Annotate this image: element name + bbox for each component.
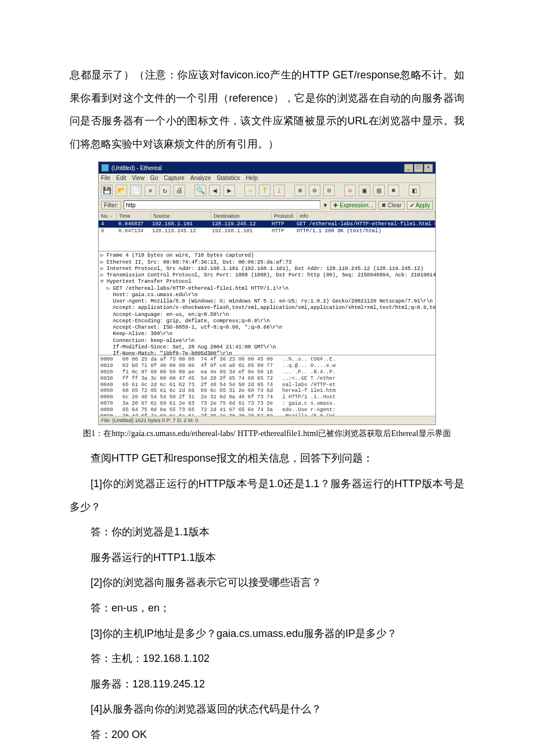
maximize-button[interactable]: □ — [414, 164, 423, 172]
cell-proto: HTTP — [269, 221, 294, 227]
hex-line: 0070 3a 20 67 61 69 61 2e 63 73 2e 75 6d… — [100, 401, 335, 406]
hex-dump[interactable]: 0000 00 06 25 da af 73 00 08 74 4f 36 23… — [99, 355, 435, 416]
detail-line: Keep-Alive: 300\r\n — [100, 331, 434, 337]
forward-icon[interactable]: ▶ — [223, 185, 235, 196]
stop-icon[interactable]: ✖ — [388, 185, 399, 196]
app-icon — [101, 164, 109, 172]
status-bar: File: (Untitled) 1621 bytes 0 P: 7 D: 2 … — [99, 416, 435, 424]
detail-line: If-None-Match: "1bbf0-7e-b005d300"\r\n — [100, 351, 434, 355]
ethereal-screenshot: (Untitled) - Ethereal _ □ × File Edit Vi… — [98, 161, 436, 425]
packet-list-header: No. - Time Source Destination Protocol I… — [99, 212, 435, 221]
packet-row[interactable]: 4 0.046837 192.168.1.101 128.119.245.12 … — [99, 221, 435, 228]
col-source[interactable]: Source — [151, 212, 211, 220]
answer-1b: 服务器运行的HTTP1.1版本 — [70, 546, 464, 570]
detail-line: Accept-Language: en-us, en;q=0.50\r\n — [100, 312, 434, 318]
zoom-one-icon[interactable]: ⊙ — [323, 185, 335, 196]
body-paragraph-1: 息都显示了）（注意：你应该对favicon.ico产生的HTTP GET/res… — [70, 64, 464, 156]
toolbar-sep — [238, 185, 241, 196]
menu-file[interactable]: File — [101, 175, 110, 181]
zoom-fit-icon[interactable]: ⊕ — [294, 185, 306, 196]
clear-button[interactable]: ✖ Clear — [378, 201, 405, 210]
question-2: [2]你的浏览器向服务器表示它可以接受哪些语言？ — [70, 571, 464, 595]
zoom-in-icon[interactable]: ⊖ — [309, 185, 320, 196]
close-icon[interactable]: 📄 — [130, 185, 142, 196]
detail-line: If-Modified-Since: Sat, 28 Aug 2004 21:4… — [100, 344, 434, 351]
answer-1a: 答：你的浏览器是1.1版本 — [70, 521, 464, 544]
open-icon[interactable]: 📂 — [116, 185, 127, 196]
delete-icon[interactable]: ✕ — [145, 185, 156, 196]
question-1: [1]你的浏览器正运行的HTTP版本号是1.0还是1.1？服务器运行的HTTP版… — [70, 473, 464, 519]
detail-line[interactable]: ▷ GET /ethereal-labs/HTTP-ethereal-file1… — [100, 286, 434, 292]
window-title: (Untitled) - Ethereal — [111, 165, 162, 171]
detail-line[interactable]: ▷ Frame 4 (710 bytes on wire, 710 bytes … — [100, 253, 434, 259]
detail-line[interactable]: ▷ Internet Protocol, Src Addr: 192.168.1… — [100, 266, 434, 272]
apply-button[interactable]: ✔ Apply — [407, 201, 433, 210]
save-icon[interactable]: 💾 — [101, 185, 113, 196]
window-titlebar: (Untitled) - Ethereal _ □ × — [99, 162, 435, 174]
detail-line[interactable]: ▷ Transmission Control Protocol, Src Por… — [100, 272, 434, 279]
question-4: [4]从服务器向你的浏览器返回的状态代码是什么？ — [70, 698, 464, 721]
toolbar-sep — [402, 185, 406, 196]
reload-icon[interactable]: ↻ — [159, 185, 171, 196]
menu-capture[interactable]: Capture — [164, 175, 185, 181]
menu-help[interactable]: Help — [246, 175, 258, 181]
question-3: [3]你的主机IP地址是多少？gaia.cs.umass.edu服务器的IP是多… — [70, 622, 464, 646]
toolbar-sep — [188, 185, 192, 196]
cell-no: 6 — [99, 228, 116, 234]
detail-line[interactable]: ▽ Hypertext Transfer Protocol — [100, 279, 434, 285]
detail-line: Accept-Charset: ISO-8859-1, utf-8;q=0.66… — [100, 325, 434, 331]
top-icon[interactable]: ⤒ — [259, 185, 270, 196]
answer-3a: 答：主机：192.168.1.102 — [70, 647, 464, 671]
menu-statistics[interactable]: Statistics — [217, 175, 240, 181]
color-icon[interactable]: ◧ — [409, 185, 420, 196]
cell-time: 0.046837 — [116, 221, 150, 227]
close-button[interactable]: × — [424, 164, 433, 172]
menu-edit[interactable]: Edit — [116, 175, 126, 181]
instruction-line: 查阅HTTP GET和response报文的相关信息，回答下列问题： — [70, 447, 464, 470]
col-info[interactable]: Info — [297, 212, 435, 220]
hex-line: 0040 65 61 6c 2d 6c 61 62 73 2f 48 54 54… — [100, 382, 335, 388]
print-icon[interactable]: 🖨 — [174, 185, 185, 196]
hex-line: 0080 65 64 75 0d 0a 55 73 65 72 2d 41 67… — [100, 407, 335, 413]
menu-view[interactable]: View — [132, 175, 145, 181]
col-destination[interactable]: Destination — [211, 212, 272, 220]
hex-line: 0050 68 65 72 65 61 6c 2d 66 69 6c 65 31… — [100, 388, 335, 394]
bottom-icon[interactable]: ⤓ — [273, 185, 285, 196]
filter-label[interactable]: Filter: — [101, 201, 121, 210]
detail-line: Accept-Encoding: gzip, deflate, compress… — [100, 318, 434, 325]
minimize-button[interactable]: _ — [404, 164, 413, 172]
filter-dropdown-icon[interactable]: ▼ — [323, 202, 329, 208]
figure-caption: 图1：在http://gaia.cs.umass.edu/ethereal-la… — [70, 429, 464, 439]
toolbar-sep — [338, 185, 341, 196]
packet-details[interactable]: ▷ Frame 4 (710 bytes on wire, 710 bytes … — [99, 251, 435, 355]
toolbar: 💾 📂 📄 ✕ ↻ 🖨 🔍 ◀ ▶ ⇨ ⤒ ⤓ ⊕ ⊖ ⊙ ☼ ▣ ▤ ✖ ◧ — [99, 183, 435, 199]
packet-row[interactable]: 6 0.047134 128.119.245.12 192.168.1.101 … — [99, 228, 435, 235]
back-icon[interactable]: ◀ — [209, 185, 221, 196]
menu-analyze[interactable]: Analyze — [190, 175, 211, 181]
cell-no: 4 — [99, 221, 116, 227]
answer-3b: 服务器：128.119.245.12 — [70, 673, 464, 696]
cell-proto: HTTP — [269, 228, 294, 234]
packet-list[interactable]: 4 0.046837 192.168.1.101 128.119.245.12 … — [99, 221, 435, 251]
col-no[interactable]: No. - — [99, 212, 117, 220]
find-icon[interactable]: 🔍 — [194, 185, 206, 196]
menu-go[interactable]: Go — [150, 175, 158, 181]
col-time[interactable]: Time — [117, 212, 151, 220]
col-protocol[interactable]: Protocol — [272, 212, 297, 220]
goto-icon[interactable]: ⇨ — [244, 185, 256, 196]
expression-button[interactable]: ✚ Expression... — [330, 201, 376, 210]
protocol-icon[interactable]: ▤ — [373, 185, 385, 196]
detail-line[interactable]: ▷ Ethernet II, Src: 00:08:74:4f:36:13, D… — [100, 260, 434, 266]
hex-line: 0060 6c 20 48 54 54 50 2f 31 2e 31 0d 0a… — [100, 394, 335, 400]
cell-time: 0.047134 — [116, 228, 150, 234]
cell-info: GET /ethereal-labs/HTTP-ethereal-file1.h… — [294, 221, 435, 227]
hex-line: 0010 02 b8 71 0f 40 00 80 06 4f 9f c0 a8… — [100, 363, 335, 369]
filter-input[interactable] — [124, 200, 320, 210]
capture-start-icon[interactable]: ▣ — [359, 185, 370, 196]
filter-bar: Filter: ▼ ✚ Expression... ✖ Clear ✔ Appl… — [99, 199, 435, 212]
hex-line: 0020 f1 0c 07 60 00 50 80 ae ea 4e 89 34… — [100, 369, 335, 375]
cell-info: HTTP/1.1 200 OK (text/html) — [294, 228, 435, 234]
capture-opt-icon[interactable]: ☼ — [344, 185, 356, 196]
answer-2: 答：en-us，en； — [70, 597, 464, 620]
hex-line: 0000 00 06 25 da af 73 00 08 74 4f 36 23… — [100, 357, 335, 362]
